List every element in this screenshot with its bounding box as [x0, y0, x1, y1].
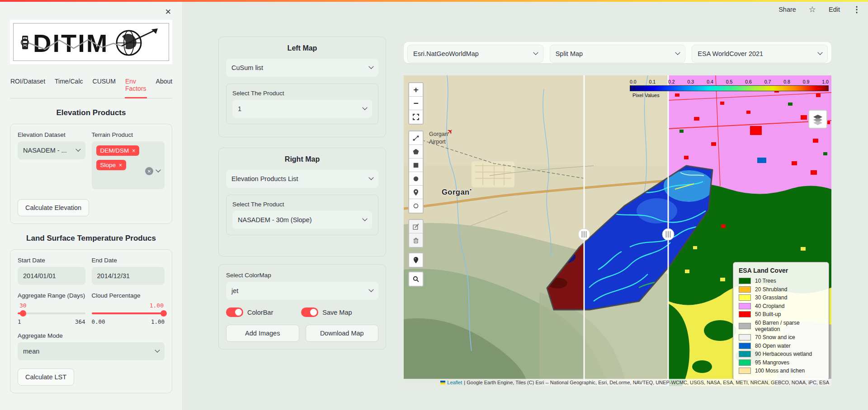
- map-container[interactable]: + −: [404, 75, 831, 386]
- legend-swatch: [739, 323, 751, 329]
- legend-swatch: [739, 359, 751, 366]
- left-map-list-value: CuSum list: [231, 64, 263, 71]
- slider-track[interactable]: [92, 312, 165, 314]
- zoom-in-button[interactable]: +: [409, 83, 423, 97]
- right-map-product-select[interactable]: NASADEM - 30m (Slope): [232, 211, 372, 229]
- map-mode-select[interactable]: Split Map: [550, 45, 686, 63]
- tick: 0.4: [707, 79, 713, 84]
- legend-swatch: [739, 351, 751, 357]
- draw-circle-button[interactable]: [409, 172, 423, 186]
- legend-label: 10 Trees: [755, 278, 776, 284]
- tag-remove-icon[interactable]: ×: [132, 148, 135, 154]
- tab-about[interactable]: About: [156, 75, 173, 98]
- right-map-product-box: Select The Product NASADEM - 30m (Slope): [226, 195, 378, 235]
- leaflet-link[interactable]: Leaflet: [447, 380, 462, 385]
- left-map-list-select[interactable]: CuSum list: [226, 59, 378, 77]
- chevron-down-icon: [155, 348, 160, 353]
- aggregate-range-slider: Aggregate Range (Days) 30 1 364: [18, 292, 85, 325]
- add-images-button[interactable]: Add Images: [226, 325, 299, 342]
- polygon-icon: [412, 148, 420, 156]
- tab-env-factors[interactable]: Env Factors: [125, 75, 147, 98]
- tick: 0.3: [688, 79, 694, 84]
- colorbar-label: Pixel Values: [632, 93, 829, 98]
- chevron-down-icon: [156, 168, 160, 172]
- left-map-product-select[interactable]: 1: [232, 100, 372, 118]
- tick: 0.0: [630, 79, 637, 84]
- savemap-toggle[interactable]: [301, 308, 318, 317]
- multiselect-clear-icon[interactable]: ✕: [145, 167, 153, 175]
- colormap-value: jet: [231, 287, 238, 294]
- slider-thumb[interactable]: [160, 310, 167, 317]
- legend-label: 90 Herbaceous wetland: [755, 351, 812, 357]
- tab-time-calc[interactable]: Time/Calc: [54, 75, 84, 98]
- chevron-down-icon: [817, 50, 822, 55]
- right-map-list-select[interactable]: Elevation Products List: [226, 170, 378, 188]
- draw-polyline-button[interactable]: [409, 131, 423, 145]
- delete-layers-button[interactable]: [409, 233, 423, 247]
- pin-button[interactable]: [409, 253, 423, 267]
- legend-swatch: [739, 311, 751, 317]
- decoration-bar: [0, 0, 868, 2]
- end-date-input[interactable]: 2014/12/31: [92, 267, 165, 285]
- tick: 0.2: [668, 79, 675, 84]
- edit-layers-button[interactable]: [409, 220, 423, 233]
- basemap-value: Esri.NatGeoWorldMap: [413, 50, 479, 57]
- legend-item: 50 Built-up: [739, 311, 823, 317]
- terrain-product-multiselect[interactable]: DEM/DSM × Slope × ✕: [92, 141, 165, 189]
- slider-thumb[interactable]: [20, 310, 26, 317]
- share-button[interactable]: Share: [778, 6, 796, 13]
- pin-control: [408, 252, 424, 268]
- chevron-down-icon: [368, 287, 373, 292]
- tab-cusum[interactable]: CUSUM: [92, 75, 116, 98]
- tag-dem-dsm[interactable]: DEM/DSM ×: [96, 145, 140, 156]
- lst-section-title: Land Surface Temperature Producs: [0, 234, 182, 243]
- legend-label: 100 Moss and lichen: [755, 368, 805, 374]
- left-map-panel: Left Map CuSum list Select The Product 1: [218, 37, 386, 137]
- split-handle-left[interactable]: [578, 228, 590, 240]
- overlay-select[interactable]: ESA WorldCover 2021: [692, 45, 828, 63]
- tab-roi-dataset[interactable]: ROI/Dataset: [10, 75, 46, 98]
- kebab-menu-icon[interactable]: ⋮: [853, 5, 861, 14]
- draw-marker-button[interactable]: [409, 186, 423, 199]
- legend-item: 95 Mangroves: [739, 359, 823, 366]
- start-date-input[interactable]: 2014/01/01: [18, 267, 85, 285]
- select-colormap-label: Select ColorMap: [226, 272, 378, 279]
- aggregate-mode-select[interactable]: mean: [18, 342, 165, 360]
- slider-min: 0.00: [92, 318, 105, 325]
- split-handle-right[interactable]: [662, 228, 674, 240]
- colorbar-gradient: [630, 85, 829, 91]
- sidebar-close-icon[interactable]: ✕: [165, 7, 171, 17]
- edit-icon: [412, 223, 420, 231]
- tag-label: DEM/DSM: [100, 147, 129, 154]
- colorbar-toggle-label: ColorBar: [247, 309, 273, 316]
- layers-control[interactable]: [808, 110, 827, 129]
- tag-slope[interactable]: Slope ×: [96, 160, 127, 170]
- sidebar: ✕ DITIM ROI/Dataset Time/Calc CUSUM: [0, 2, 183, 410]
- elevation-dataset-select[interactable]: NASADEM - ...: [18, 141, 85, 159]
- overlay-value: ESA WorldCover 2021: [698, 50, 763, 57]
- tick: 0.1: [649, 79, 656, 84]
- colormap-select[interactable]: jet: [226, 282, 378, 300]
- map-mode-value: Split Map: [556, 50, 583, 57]
- elevation-dataset-value: NASADEM - ...: [23, 147, 67, 154]
- colorbar-toggle[interactable]: [226, 308, 243, 317]
- edit-button[interactable]: Edit: [829, 6, 840, 13]
- fullscreen-button[interactable]: [409, 110, 423, 124]
- star-icon[interactable]: ☆: [809, 5, 816, 14]
- colormap-panel: Select ColorMap jet ColorBar Save Map Ad…: [218, 264, 386, 349]
- legend-item: 60 Barren / sparse vegetation: [739, 320, 823, 332]
- map-attribution: Leaflet | Google Earth Engine, Tiles (C)…: [404, 379, 831, 386]
- download-map-button[interactable]: Download Map: [306, 325, 379, 342]
- basemap-select[interactable]: Esri.NatGeoWorldMap: [407, 45, 543, 63]
- draw-polygon-button[interactable]: [409, 145, 423, 158]
- zoom-out-button[interactable]: −: [409, 97, 423, 110]
- legend-label: 60 Barren / sparse vegetation: [755, 320, 823, 332]
- tag-remove-icon[interactable]: ×: [119, 162, 122, 168]
- draw-rectangle-button[interactable]: [409, 158, 423, 172]
- circlemarker-icon: [412, 202, 420, 210]
- calculate-elevation-button[interactable]: Calculate Elevation: [18, 199, 89, 216]
- calculate-lst-button[interactable]: Calculate LST: [18, 368, 74, 386]
- slider-track[interactable]: [18, 312, 85, 314]
- search-button[interactable]: [409, 272, 423, 286]
- draw-circlemarker-button[interactable]: [409, 199, 423, 213]
